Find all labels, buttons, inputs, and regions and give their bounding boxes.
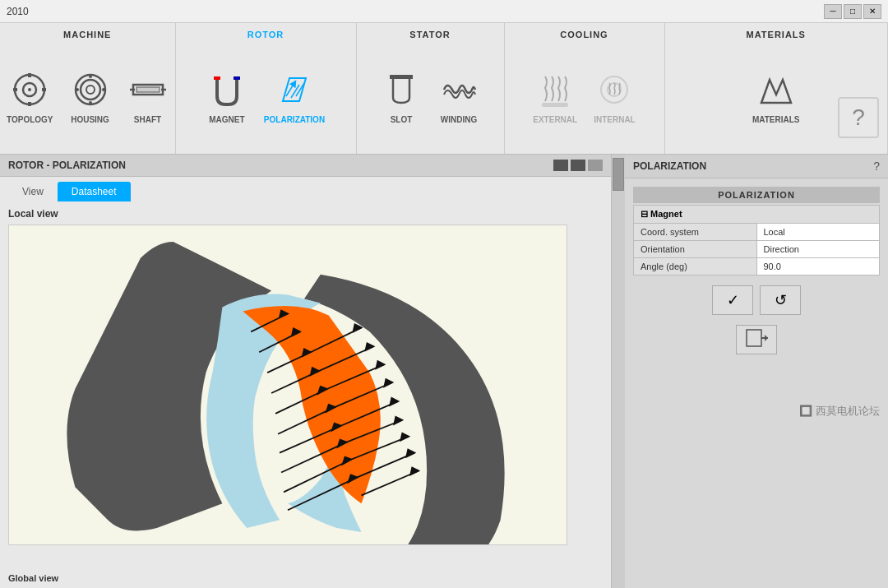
nav-item-winding[interactable]: WINDING [432,66,486,127]
housing-icon [70,69,111,110]
help-icon: ? [852,104,865,131]
export-button[interactable] [736,325,777,354]
prop-value-angle[interactable]: 90.0 [756,258,880,275]
winding-label: WINDING [441,115,477,124]
svg-point-9 [86,86,95,94]
svg-point-12 [76,88,79,91]
main-content: ROTOR - POLARIZATION View Datasheet Loca… [0,155,888,588]
nav-section-machine-title: MACHINE [63,30,111,39]
watermark-area: 🔲 西莫电机论坛 [633,404,880,419]
prop-label-orientation: Orientation [634,241,757,258]
close-button[interactable]: ✕ [863,4,881,19]
nav-section-materials: MATERIALS MATERIALS ? [665,23,889,154]
diagram-canvas[interactable] [8,225,567,545]
nav-item-magnet[interactable]: MAGNET [200,66,254,127]
left-panel-title: ROTOR - POLARIZATION [8,160,126,171]
property-row-orientation: Orientation Direction [634,241,880,258]
confirm-button[interactable]: ✓ [712,285,753,315]
materials-items: MATERIALS [746,46,807,147]
help-question-button[interactable]: ? [873,160,880,173]
reset-button[interactable]: ↺ [760,285,801,315]
prop-label-angle: Angle (deg) [634,258,757,275]
export-icon [745,326,768,353]
slot-icon [381,69,422,110]
external-label: EXTERNAL [533,115,577,124]
polarization-icon [274,69,315,110]
prop-table-title: POLARIZATION [633,187,880,203]
minimize-button[interactable]: ─ [824,4,842,19]
svg-rect-24 [390,75,413,79]
nav-section-rotor-title: ROTOR [247,30,284,39]
nav-section-cooling-title: COOLING [560,30,608,39]
help-button[interactable]: ? [838,97,879,138]
nav-section-stator: STATOR SLOT [357,23,505,154]
stator-items: SLOT WINDING [374,46,486,147]
tab-datasheet[interactable]: Datasheet [58,182,131,201]
housing-label: HOUSING [71,115,109,124]
nav-item-topology[interactable]: TOPOLOGY [0,66,60,127]
properties-area: POLARIZATION ⊟ Magnet Coord. system Loca… [625,178,888,588]
machine-items: TOPOLOGY HOUSING [0,46,175,147]
rotor-items: MAGNET [200,46,331,147]
nav-item-internal[interactable]: INTERNAL [587,66,642,127]
nav-section-machine: MACHINE TOPOLOGY [0,23,176,154]
scrollbar-thumb[interactable] [613,158,624,191]
view-control-light[interactable] [588,160,603,171]
nav-section-materials-title: MATERIALS [747,30,806,39]
bottom-bar: Global view [0,568,611,588]
topology-label: TOPOLOGY [7,115,53,124]
prop-value-coord[interactable]: Local [756,224,880,241]
tabs-bar: View Datasheet [0,177,611,201]
tab-view[interactable]: View [8,182,58,201]
reset-icon: ↺ [775,291,787,309]
polarization-label: POLARIZATION [264,115,325,124]
svg-rect-15 [136,87,160,92]
winding-icon [438,69,479,110]
left-panel: ROTOR - POLARIZATION View Datasheet Loca… [0,155,612,588]
left-panel-header: ROTOR - POLARIZATION [0,155,611,177]
watermark: 🔲 西莫电机论坛 [633,404,880,419]
svg-rect-4 [28,102,31,106]
nav-item-materials[interactable]: MATERIALS [746,66,807,127]
internal-icon [594,69,635,110]
nav-section-cooling: COOLING EXTERNAL [505,23,665,154]
svg-rect-68 [747,330,761,346]
title-bar: 2010 ─ □ ✕ [0,0,888,23]
svg-point-8 [81,80,100,100]
svg-point-13 [102,88,105,91]
local-view-label: Local view [8,208,603,220]
nav-section-rotor: ROTOR MAGNET [176,23,357,154]
nav-section-stator-title: STATOR [409,30,450,39]
magnet-icon [206,69,247,110]
window-controls[interactable]: ─ □ ✕ [824,4,881,19]
nav-item-external[interactable]: EXTERNAL [526,66,584,127]
nav-item-polarization[interactable]: POLARIZATION [257,66,331,127]
action-buttons: ✓ ↺ [633,285,880,315]
nav-item-housing[interactable]: HOUSING [63,66,118,127]
right-panel: POLARIZATION ? POLARIZATION ⊟ Magnet Coo… [625,155,888,588]
nav-item-shaft[interactable]: SHAFT [121,66,175,127]
property-group-magnet: ⊟ Magnet [634,206,880,224]
svg-rect-3 [28,73,31,77]
shaft-label: SHAFT [134,115,161,124]
cooling-items: EXTERNAL INTERNAL [526,46,641,147]
svg-marker-70 [765,335,768,341]
magnet-label: MAGNET [209,115,244,124]
prop-value-orientation[interactable]: Direction [756,241,880,258]
view-control-dark1[interactable] [553,160,568,171]
shaft-icon [127,69,169,110]
property-row-angle: Angle (deg) 90.0 [634,258,880,275]
svg-rect-6 [42,88,46,91]
prop-label-coord: Coord. system [634,224,757,241]
nav-item-slot[interactable]: SLOT [374,66,428,127]
properties-table: ⊟ Magnet Coord. system Local Orientation… [633,205,880,275]
svg-point-2 [28,88,31,91]
panel-controls[interactable] [553,160,603,171]
topology-icon [9,69,50,110]
maximize-button[interactable]: □ [844,4,862,19]
svg-rect-25 [542,103,568,107]
scrollbar[interactable] [612,155,625,588]
svg-rect-5 [13,88,17,91]
confirm-icon: ✓ [727,291,739,309]
view-control-dark2[interactable] [571,160,585,171]
